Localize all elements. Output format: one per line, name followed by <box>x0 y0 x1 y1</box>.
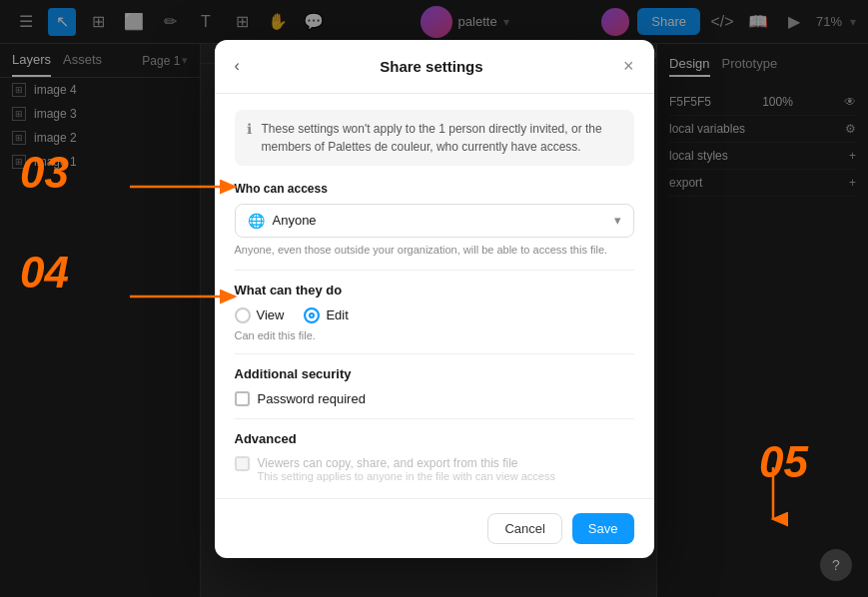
cancel-button[interactable]: Cancel <box>487 513 561 544</box>
viewers-copy-sub: This setting applies to anyone in the fi… <box>258 470 555 482</box>
radio-edit[interactable]: Edit <box>304 307 348 323</box>
modal-title: Share settings <box>380 58 482 75</box>
additional-security-label: Additional security <box>235 366 634 381</box>
checkbox-viewers-copy[interactable] <box>235 456 250 471</box>
share-settings-modal: ‹ Share settings × ℹ These settings won'… <box>215 40 654 558</box>
advanced-text: Viewers can copy, share, and export from… <box>258 456 555 482</box>
globe-icon: 🌐 <box>248 213 265 229</box>
divider-2 <box>235 353 634 354</box>
modal-footer: Cancel Save <box>215 498 654 558</box>
checkbox-password <box>235 391 250 406</box>
info-text: These settings won't apply to the 1 pers… <box>262 120 622 156</box>
radio-edit-label: Edit <box>326 307 348 322</box>
edit-hint: Can edit this file. <box>235 329 634 341</box>
permission-radio-group: View Edit <box>235 307 634 323</box>
modal-header: ‹ Share settings × <box>215 40 654 94</box>
divider-3 <box>235 418 634 419</box>
access-select[interactable]: 🌐 Anyone ▾ <box>235 204 634 238</box>
advanced-section: Advanced Viewers can copy, share, and ex… <box>235 431 634 482</box>
radio-circle-edit <box>304 307 320 323</box>
viewers-copy-row: Viewers can copy, share, and export from… <box>235 456 634 482</box>
save-button[interactable]: Save <box>572 513 634 544</box>
modal-back-button[interactable]: ‹ <box>235 57 240 75</box>
info-banner: ℹ These settings won't apply to the 1 pe… <box>235 110 634 166</box>
radio-view-label: View <box>257 307 285 322</box>
radio-circle-view <box>235 307 251 323</box>
advanced-label: Advanced <box>235 431 634 446</box>
modal-overlay[interactable]: ‹ Share settings × ℹ These settings won'… <box>0 0 868 597</box>
modal-body: ℹ These settings won't apply to the 1 pe… <box>215 94 654 498</box>
viewers-copy-main: Viewers can copy, share, and export from… <box>258 456 555 470</box>
security-section: Additional security Password required <box>235 366 634 406</box>
password-required-label: Password required <box>258 391 366 406</box>
modal-close-button[interactable]: × <box>623 56 634 77</box>
access-chevron-icon: ▾ <box>614 213 621 228</box>
info-icon: ℹ <box>247 121 252 137</box>
who-can-access-label: Who can access <box>235 182 634 196</box>
divider-1 <box>235 270 634 271</box>
access-value: Anyone <box>273 213 317 228</box>
what-can-do-label: What can they do <box>235 283 634 298</box>
radio-view[interactable]: View <box>235 307 285 323</box>
access-hint: Anyone, even those outside your organiza… <box>235 244 634 256</box>
password-required-checkbox[interactable]: Password required <box>235 391 634 406</box>
